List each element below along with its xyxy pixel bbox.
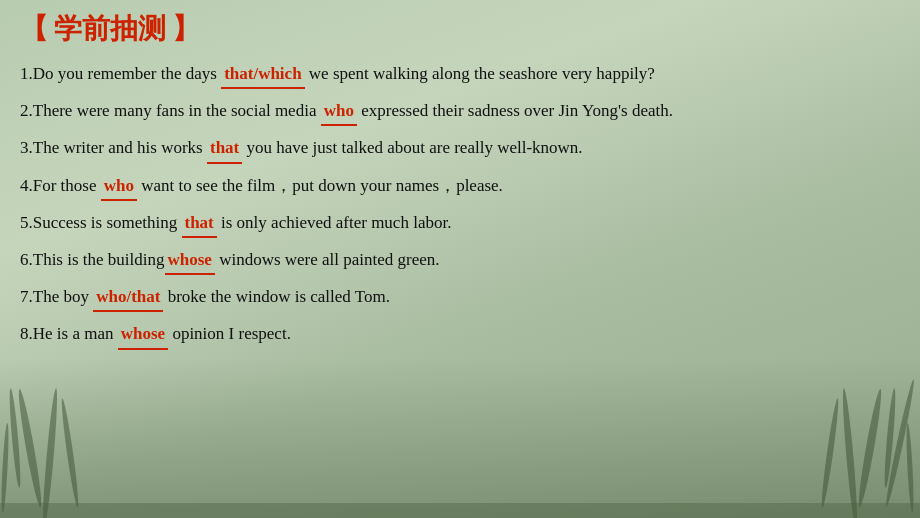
sentence-1: 1.Do you remember the days that/which we… <box>20 58 900 91</box>
answer-1: that/which <box>221 60 304 89</box>
sentence-1-text-after: we spent walking along the seashore very… <box>305 64 655 83</box>
sentence-8-text-after: opinion I respect. <box>168 324 291 343</box>
sentence-2-text-before: 2.There were many fans in the social med… <box>20 101 321 120</box>
title-close-bracket: 】 <box>172 10 200 48</box>
sentence-3-text-after: you have just talked about are really we… <box>242 138 582 157</box>
sentence-5-text-before: 5.Success is something <box>20 213 182 232</box>
sentence-5: 5.Success is something that is only achi… <box>20 207 900 240</box>
sentence-8: 8.He is a man whose opinion I respect. <box>20 318 900 351</box>
answer-8: whose <box>118 320 168 349</box>
sentence-6: 6.This is the buildingwhose windows were… <box>20 244 900 277</box>
sentence-2: 2.There were many fans in the social med… <box>20 95 900 128</box>
answer-5: that <box>182 209 217 238</box>
sentence-2-text-after: expressed their sadness over Jin Yong's … <box>357 101 673 120</box>
sentence-4: 4.For those who want to see the film，put… <box>20 170 900 203</box>
sentence-1-text-before: 1.Do you remember the days <box>20 64 221 83</box>
sentence-5-text-after: is only achieved after much labor. <box>217 213 452 232</box>
answer-7: who/that <box>93 283 163 312</box>
sentences-list: 1.Do you remember the days that/which we… <box>20 58 900 352</box>
sentence-3: 3.The writer and his works that you have… <box>20 132 900 165</box>
sentence-3-text-before: 3.The writer and his works <box>20 138 207 157</box>
sentence-7-text-after: broke the window is called Tom. <box>163 287 390 306</box>
sentence-7-text-before: 7.The boy <box>20 287 93 306</box>
content-box: 【 学前抽测 】 1.Do you remember the days that… <box>20 10 900 508</box>
title-text: 学前抽测 <box>54 10 166 48</box>
sentence-4-text-after: want to see the film，put down your names… <box>137 176 503 195</box>
sentence-4-text-before: 4.For those <box>20 176 101 195</box>
sentence-6-text-before: 6.This is the building <box>20 250 165 269</box>
title-open-bracket: 【 <box>20 10 48 48</box>
answer-4: who <box>101 172 137 201</box>
page-title: 【 学前抽测 】 <box>20 10 200 48</box>
answer-6: whose <box>165 246 215 275</box>
answer-2: who <box>321 97 357 126</box>
sentence-8-text-before: 8.He is a man <box>20 324 118 343</box>
sentence-6-text-after: windows were all painted green. <box>215 250 440 269</box>
answer-3: that <box>207 134 242 163</box>
sentence-7: 7.The boy who/that broke the window is c… <box>20 281 900 314</box>
